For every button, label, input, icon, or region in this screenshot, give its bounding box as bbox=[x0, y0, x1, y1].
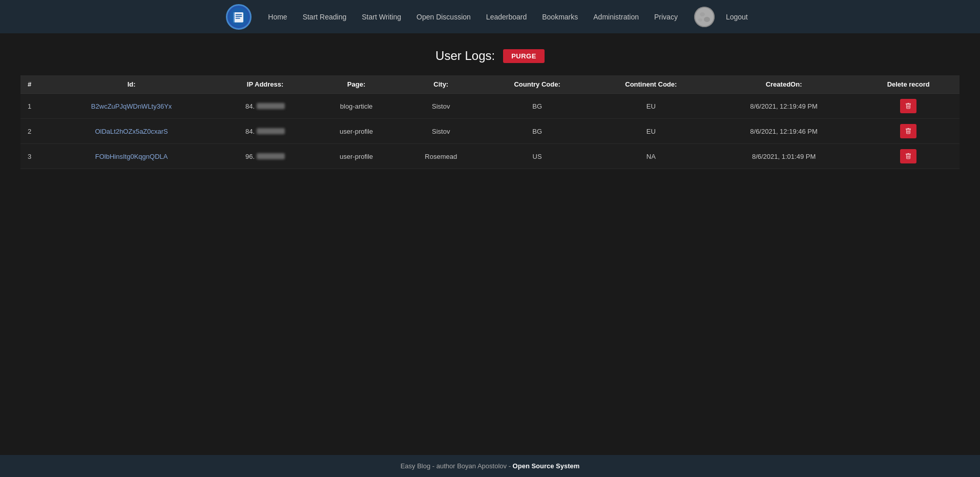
site-logo[interactable] bbox=[226, 4, 252, 30]
cell-created-on: 8/6/2021, 12:19:46 PM bbox=[711, 119, 858, 144]
purge-button[interactable]: PURGE bbox=[503, 49, 545, 63]
svg-rect-4 bbox=[236, 17, 240, 18]
cell-country-code: US bbox=[483, 144, 591, 169]
ip-blur bbox=[257, 128, 285, 134]
footer-bold-text: Open Source System bbox=[513, 462, 580, 470]
nav-link-home[interactable]: Home bbox=[262, 9, 293, 25]
ip-blur bbox=[257, 103, 285, 109]
table-row: 1B2wcZuPJqWDnWLty36Yx84.blog-articleSist… bbox=[20, 94, 960, 119]
ip-prefix: 84. bbox=[245, 102, 255, 110]
navbar-right: Logout bbox=[694, 7, 754, 27]
table-header-delete-record: Delete record bbox=[857, 75, 960, 94]
navbar: HomeStart ReadingStart WritingOpen Discu… bbox=[0, 0, 980, 33]
ip-prefix: 84. bbox=[245, 128, 255, 135]
cell-created-on: 8/6/2021, 12:19:49 PM bbox=[711, 94, 858, 119]
table-header--: # bbox=[20, 75, 46, 94]
cell-city: Sistov bbox=[399, 94, 483, 119]
table-header-page-: Page: bbox=[314, 75, 399, 94]
cell-page: blog-article bbox=[314, 94, 399, 119]
nav-link-leaderboard[interactable]: Leaderboard bbox=[480, 9, 533, 25]
cell-id: FOlbHinsItg0KqgnQDLA bbox=[46, 144, 217, 169]
footer: Easy Blog - author Boyan Apostolov - Ope… bbox=[0, 455, 980, 477]
page-title: User Logs: bbox=[435, 49, 495, 63]
table-header-id-: Id: bbox=[46, 75, 217, 94]
cell-id: OlDaLt2hOZx5aZ0cxarS bbox=[46, 119, 217, 144]
nav-link-administration[interactable]: Administration bbox=[587, 9, 645, 25]
table-header-city-: City: bbox=[399, 75, 483, 94]
cell-ip: 84. bbox=[217, 119, 314, 144]
table-body: 1B2wcZuPJqWDnWLty36Yx84.blog-articleSist… bbox=[20, 94, 960, 169]
main-content: User Logs: PURGE #Id:IP Address:Page:Cit… bbox=[0, 33, 980, 455]
table-row: 3FOlbHinsItg0KqgnQDLA96.user-profileRose… bbox=[20, 144, 960, 169]
nav-link-bookmarks[interactable]: Bookmarks bbox=[536, 9, 584, 25]
ip-prefix: 96. bbox=[245, 153, 255, 160]
logout-link[interactable]: Logout bbox=[720, 9, 754, 25]
table-row: 2OlDaLt2hOZx5aZ0cxarS84.user-profileSist… bbox=[20, 119, 960, 144]
cell-continent-code: EU bbox=[592, 94, 711, 119]
cell-page: user-profile bbox=[314, 119, 399, 144]
cell-country-code: BG bbox=[483, 94, 591, 119]
table-header-createdon-: CreatedOn: bbox=[711, 75, 858, 94]
cell-page: user-profile bbox=[314, 144, 399, 169]
table-header-country-code-: Country Code: bbox=[483, 75, 591, 94]
cell-country-code: BG bbox=[483, 119, 591, 144]
delete-button-2[interactable] bbox=[900, 124, 916, 138]
nav-link-start-writing[interactable]: Start Writing bbox=[356, 9, 407, 25]
table-header-ip-address-: IP Address: bbox=[217, 75, 314, 94]
table-header-continent-code-: Continent Code: bbox=[592, 75, 711, 94]
table-header-row: #Id:IP Address:Page:City:Country Code:Co… bbox=[20, 75, 960, 94]
cell-num: 3 bbox=[20, 144, 46, 169]
cell-continent-code: EU bbox=[592, 119, 711, 144]
nav-links: HomeStart ReadingStart WritingOpen Discu… bbox=[262, 9, 684, 25]
nav-link-open-discussion[interactable]: Open Discussion bbox=[410, 9, 477, 25]
nav-link-start-reading[interactable]: Start Reading bbox=[297, 9, 353, 25]
cell-continent-code: NA bbox=[592, 144, 711, 169]
svg-point-8 bbox=[700, 12, 705, 16]
delete-button-3[interactable] bbox=[900, 149, 916, 163]
svg-point-7 bbox=[695, 8, 714, 26]
cell-ip: 84. bbox=[217, 94, 314, 119]
logs-table: #Id:IP Address:Page:City:Country Code:Co… bbox=[20, 75, 960, 169]
cell-created-on: 8/6/2021, 1:01:49 PM bbox=[711, 144, 858, 169]
nav-link-privacy[interactable]: Privacy bbox=[648, 9, 684, 25]
cell-city: Sistov bbox=[399, 119, 483, 144]
footer-text: Easy Blog - author Boyan Apostolov - bbox=[401, 462, 513, 470]
svg-point-10 bbox=[698, 18, 702, 22]
user-avatar bbox=[694, 7, 715, 27]
cell-city: Rosemead bbox=[399, 144, 483, 169]
cell-id: B2wcZuPJqWDnWLty36Yx bbox=[46, 94, 217, 119]
svg-point-9 bbox=[704, 17, 710, 22]
svg-rect-2 bbox=[236, 14, 242, 15]
cell-ip: 96. bbox=[217, 144, 314, 169]
cell-delete bbox=[857, 144, 960, 169]
delete-button-1[interactable] bbox=[900, 99, 916, 113]
page-header: User Logs: PURGE bbox=[20, 49, 960, 63]
cell-delete bbox=[857, 94, 960, 119]
svg-rect-5 bbox=[233, 12, 235, 23]
cell-num: 2 bbox=[20, 119, 46, 144]
cell-num: 1 bbox=[20, 94, 46, 119]
svg-rect-3 bbox=[236, 16, 242, 17]
ip-blur bbox=[257, 153, 285, 159]
svg-rect-1 bbox=[234, 12, 243, 23]
cell-delete bbox=[857, 119, 960, 144]
